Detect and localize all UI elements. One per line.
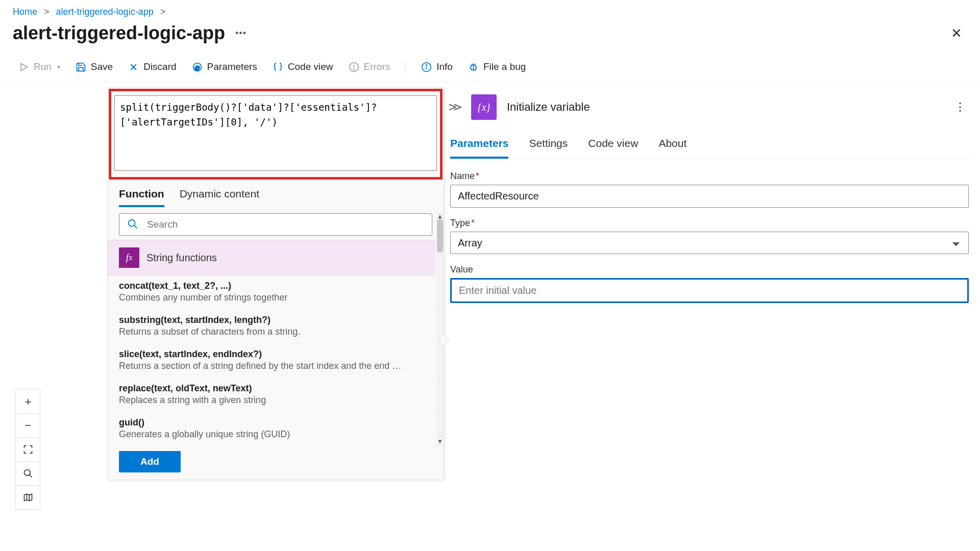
svg-point-25 [129, 220, 135, 227]
expression-editor-panel: split(triggerBody()?['data']?['essential… [107, 87, 444, 480]
info-label: Info [436, 61, 453, 72]
magnifier-icon [23, 468, 33, 479]
tab-dynamic-content[interactable]: Dynamic content [180, 183, 259, 207]
svg-text:@: @ [194, 64, 200, 70]
save-label: Save [91, 61, 113, 72]
discard-label: Discard [143, 61, 176, 72]
search-canvas-button[interactable] [16, 461, 40, 485]
expression-input[interactable]: split(triggerBody()?['data']?['essential… [114, 95, 437, 171]
action-config-panel: ≫ {x} Initialize variable ⋮ Parameters S… [449, 88, 970, 325]
function-search-input[interactable] [119, 213, 432, 236]
run-label: Run [34, 61, 52, 72]
svg-line-22 [29, 475, 32, 478]
play-icon [18, 62, 29, 72]
function-item[interactable]: substring(text, startIndex, length?) Ret… [108, 310, 435, 344]
variable-action-icon: {x} [471, 94, 497, 120]
more-actions-icon[interactable]: ••• [232, 26, 250, 41]
code-view-label: Code view [288, 61, 333, 72]
breadcrumb-sep: > [160, 7, 166, 17]
tab-about[interactable]: About [658, 130, 687, 158]
breadcrumb: Home > alert-triggered-logic-app > [0, 0, 980, 19]
bug-icon [468, 62, 479, 72]
save-button[interactable]: Save [68, 58, 120, 76]
value-label: Value [450, 264, 969, 275]
run-button[interactable]: Run ▾ [11, 58, 67, 76]
close-icon[interactable]: ✕ [946, 26, 967, 41]
zoom-out-button[interactable]: − [16, 413, 40, 437]
tab-parameters[interactable]: Parameters [450, 130, 508, 159]
fx-icon: fx [119, 247, 139, 268]
svg-line-19 [472, 63, 473, 65]
action-title: Initialize variable [507, 101, 944, 114]
svg-line-16 [475, 65, 476, 66]
function-description: Combines any number of strings together [119, 292, 424, 303]
action-more-icon[interactable]: ⋮ [954, 101, 966, 114]
expression-tabs: Function Dynamic content [108, 181, 444, 207]
svg-marker-0 [21, 63, 27, 70]
toolbar-divider [405, 60, 406, 74]
tab-function[interactable]: Function [119, 183, 164, 207]
panel-pointer [441, 332, 449, 346]
name-input[interactable] [450, 185, 969, 208]
x-icon [128, 62, 139, 72]
breadcrumb-item[interactable]: alert-triggered-logic-app [56, 7, 154, 17]
add-expression-button[interactable]: Add [119, 451, 181, 472]
search-icon [127, 218, 138, 230]
collapse-icon[interactable]: ≫ [448, 101, 462, 114]
breadcrumb-sep: > [44, 7, 50, 17]
minimap-button[interactable] [16, 485, 40, 509]
function-item[interactable]: replace(text, oldText, newText) Replaces… [108, 378, 435, 412]
name-label: Name* [450, 171, 969, 182]
errors-label: Errors [364, 61, 390, 72]
file-bug-label: File a bug [483, 61, 526, 72]
svg-line-26 [134, 226, 137, 228]
function-description: Returns a section of a string defined by… [119, 361, 424, 371]
svg-point-10 [426, 64, 427, 65]
errors-button[interactable]: Errors [341, 58, 398, 76]
parameters-button[interactable]: @ Parameters [185, 58, 264, 76]
function-signature: replace(text, oldText, newText) [119, 383, 424, 394]
code-view-button[interactable]: Code view [265, 58, 340, 76]
svg-point-21 [24, 470, 30, 476]
fit-icon [23, 444, 33, 455]
zoom-toolbar: ＋ − [15, 389, 40, 510]
parameters-label: Parameters [207, 61, 257, 72]
type-select[interactable]: Array [450, 232, 969, 254]
tab-settings[interactable]: Settings [529, 130, 568, 158]
function-category-header[interactable]: fx String functions [108, 240, 435, 276]
svg-line-20 [474, 63, 475, 65]
function-scrollbar[interactable]: ▲ ▼ [436, 212, 444, 446]
svg-line-17 [471, 69, 472, 70]
function-item[interactable]: guid() Generates a globally unique strin… [108, 412, 435, 446]
info-icon [421, 62, 432, 72]
function-signature: concat(text_1, text_2?, ...) [119, 281, 424, 291]
function-signature: substring(text, startIndex, length?) [119, 315, 424, 325]
scroll-down-icon[interactable]: ▼ [436, 437, 444, 446]
svg-point-7 [353, 69, 354, 70]
zoom-in-button[interactable]: ＋ [16, 389, 40, 413]
file-bug-button[interactable]: File a bug [461, 58, 533, 76]
tab-code-view[interactable]: Code view [588, 130, 638, 158]
chevron-down-icon: ▾ [57, 63, 60, 70]
discard-button[interactable]: Discard [121, 58, 183, 76]
fit-screen-button[interactable] [16, 437, 40, 461]
function-list: concat(text_1, text_2?, ...) Combines an… [108, 276, 444, 446]
function-description: Generates a globally unique string (GUID… [119, 429, 424, 440]
function-item[interactable]: concat(text_1, text_2?, ...) Combines an… [108, 276, 435, 310]
category-label: String functions [146, 252, 217, 264]
svg-line-18 [475, 69, 476, 70]
function-item[interactable]: slice(text, startIndex, endIndex?) Retur… [108, 344, 435, 378]
info-button[interactable]: Info [414, 58, 460, 76]
value-input[interactable] [450, 278, 969, 303]
breadcrumb-home[interactable]: Home [13, 7, 37, 17]
save-icon [76, 62, 86, 72]
toolbar: Run ▾ Save Discard @ Parameters Code vie… [0, 54, 980, 82]
expression-highlight: split(triggerBody()?['data']?['essential… [109, 89, 443, 180]
type-label: Type* [450, 218, 969, 229]
function-description: Replaces a string with a given string [119, 395, 424, 406]
svg-line-15 [471, 65, 472, 66]
scroll-thumb[interactable] [437, 219, 443, 253]
function-signature: slice(text, startIndex, endIndex?) [119, 349, 424, 360]
braces-icon [273, 62, 283, 72]
page-title: alert-triggered-logic-app [13, 22, 225, 44]
